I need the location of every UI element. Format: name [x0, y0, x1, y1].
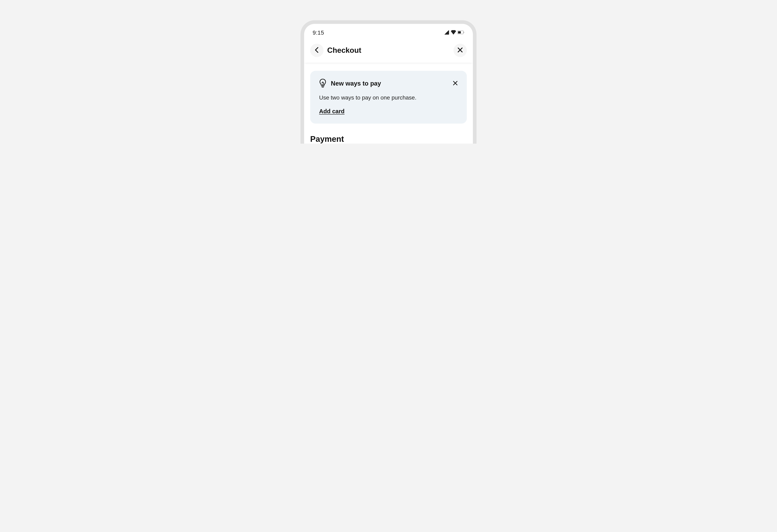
close-icon — [453, 81, 458, 86]
battery-icon — [457, 30, 464, 35]
page-title: Checkout — [327, 46, 450, 54]
close-button[interactable] — [453, 44, 467, 57]
svg-rect-2 — [464, 32, 464, 33]
section-title-payment: Payment — [310, 135, 467, 144]
app-bar: Checkout — [304, 38, 473, 63]
close-icon — [457, 47, 463, 53]
info-card-body: Use two ways to pay on one purchase. — [319, 94, 459, 102]
info-card-title: New ways to pay — [331, 80, 447, 87]
chevron-left-icon — [314, 47, 319, 53]
info-card-header: New ways to pay — [319, 79, 459, 89]
add-card-link[interactable]: Add card — [319, 108, 345, 115]
wifi-icon — [451, 30, 456, 35]
back-button[interactable] — [310, 44, 324, 57]
status-icons — [444, 30, 464, 35]
content-area: New ways to pay Use two ways to pay on o… — [304, 63, 473, 144]
info-card: New ways to pay Use two ways to pay on o… — [310, 71, 467, 124]
info-card-dismiss-button[interactable] — [452, 80, 459, 87]
status-time: 9:15 — [313, 29, 324, 36]
cellular-signal-icon — [444, 30, 449, 35]
svg-rect-1 — [458, 31, 461, 33]
status-bar: 9:15 — [304, 24, 473, 38]
lightbulb-icon — [319, 79, 326, 89]
device-frame: 9:15 Checkout — [301, 20, 476, 144]
